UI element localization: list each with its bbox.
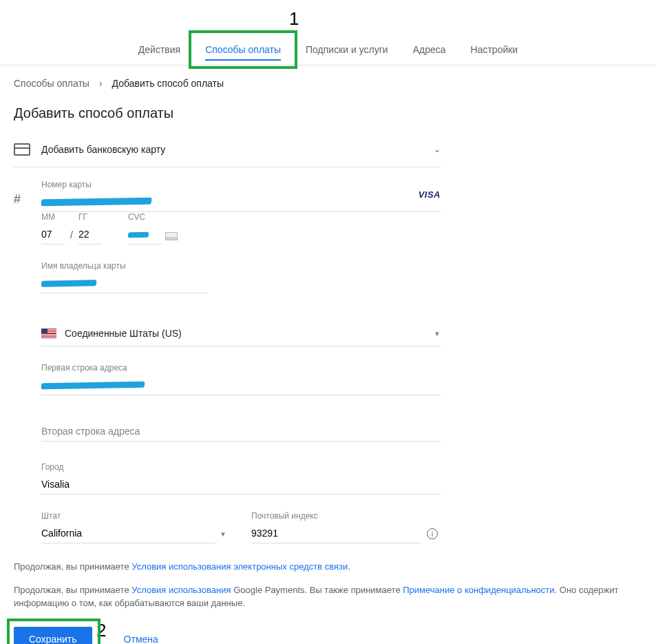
tab-actions[interactable]: Действия	[126, 34, 193, 65]
hash-icon: #	[14, 180, 41, 207]
cardholder-input[interactable]	[41, 275, 207, 293]
legal-link-tos[interactable]: Условия использования	[131, 585, 231, 595]
card-number-redacted	[41, 198, 151, 207]
yy-label: ГГ	[78, 212, 102, 222]
state-input[interactable]	[41, 525, 215, 543]
cvc-redacted	[128, 232, 149, 238]
zip-input[interactable]	[251, 525, 421, 543]
dropdown-triangle-icon: ▼	[434, 330, 441, 337]
breadcrumb-current: Добавить способ оплаты	[112, 78, 224, 89]
credit-card-icon	[14, 143, 30, 156]
callout-label-1: 1	[289, 8, 299, 30]
payment-method-label: Добавить банковскую карту	[41, 144, 434, 155]
cvc-label: CVC	[128, 212, 178, 222]
chevron-down-icon: ⌄	[434, 145, 441, 154]
cvc-card-back-icon	[165, 232, 178, 240]
legal-text-1: Продолжая, вы принимаете Условия использ…	[14, 560, 642, 574]
address-line1-redacted	[41, 382, 145, 390]
breadcrumb-root[interactable]: Способы оплаты	[14, 78, 89, 89]
city-input[interactable]	[41, 476, 441, 495]
cardholder-redacted	[41, 280, 97, 287]
breadcrumb: Способы оплаты › Добавить способ оплаты	[14, 78, 642, 89]
page-content: Способы оплаты › Добавить способ оплаты …	[0, 65, 656, 644]
address-line1-label: Первая строка адреса	[41, 363, 441, 373]
state-label: Штат	[41, 511, 231, 521]
expiry-year-input[interactable]	[78, 226, 102, 245]
card-number-label: Номер карты	[41, 180, 441, 189]
country-label: Соединенные Штаты (US)	[65, 328, 434, 339]
legal-link-esign[interactable]: Условия использования электронных средст…	[131, 561, 348, 572]
card-number-input[interactable]	[41, 194, 441, 212]
state-selector[interactable]: ▼	[41, 525, 231, 543]
tab-subscriptions[interactable]: Подписки и услуги	[293, 34, 401, 65]
dropdown-triangle-icon: ▼	[215, 530, 231, 543]
save-button[interactable]: Сохранить	[14, 627, 92, 645]
us-flag-icon	[41, 329, 56, 338]
cvc-input[interactable]	[128, 226, 161, 245]
mm-label: ММ	[41, 212, 65, 222]
zip-label: Почтовый индекс	[251, 511, 441, 521]
legal-text-2: Продолжая, вы принимаете Условия использ…	[14, 583, 642, 610]
info-icon[interactable]: i	[427, 528, 438, 539]
address-line1-input[interactable]	[41, 377, 441, 395]
expiry-slash: /	[70, 229, 73, 245]
card-brand-badge: VISA	[419, 189, 441, 200]
page-title: Добавить способ оплаты	[14, 105, 642, 121]
tab-payment-methods[interactable]: Способы оплаты	[193, 34, 293, 65]
address-line2-input[interactable]	[41, 423, 441, 442]
tab-addresses[interactable]: Адреса	[401, 34, 458, 65]
legal-link-privacy[interactable]: Примечание о конфиденциальности	[403, 585, 554, 595]
top-nav: Действия Способы оплаты Подписки и услуг…	[0, 0, 656, 65]
payment-method-selector[interactable]: Добавить банковскую карту ⌄	[14, 136, 441, 167]
city-label: Город	[41, 462, 441, 472]
cancel-button[interactable]: Отмена	[120, 633, 162, 645]
expiry-month-input[interactable]	[41, 226, 65, 245]
country-selector[interactable]: Соединенные Штаты (US) ▼	[41, 321, 441, 346]
tab-settings[interactable]: Настройки	[458, 34, 531, 65]
breadcrumb-separator: ›	[99, 78, 103, 89]
cardholder-label: Имя владельца карты	[41, 261, 441, 271]
